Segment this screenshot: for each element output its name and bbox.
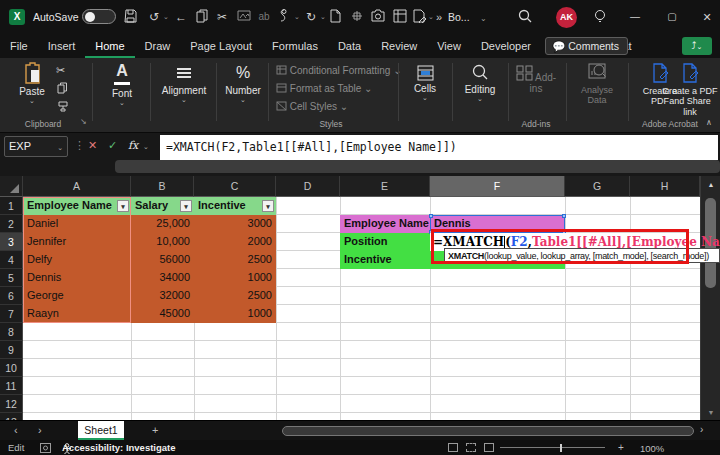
table-cell[interactable]: 2500 xyxy=(194,251,276,269)
user-avatar[interactable]: AK xyxy=(556,7,577,28)
table-cell[interactable]: 1000 xyxy=(194,305,276,323)
table-cell[interactable]: 32000 xyxy=(131,287,194,305)
ribbon-cut-icon[interactable]: ✂ xyxy=(56,64,65,77)
share-button[interactable]: ⤴⌄ xyxy=(682,37,712,55)
hscroll-right-icon[interactable]: › xyxy=(700,424,703,435)
workbook-title[interactable]: Bo... xyxy=(448,11,470,23)
table-cell[interactable]: Jennifer xyxy=(23,233,131,251)
cancel-formula-button[interactable]: ✕ xyxy=(88,139,97,152)
export-pdf-icon[interactable] xyxy=(413,9,426,23)
tab-insert[interactable]: Insert xyxy=(38,35,86,58)
undo-chevron-icon[interactable]: ⌄ xyxy=(163,13,169,21)
horizontal-scrollbar[interactable] xyxy=(282,426,694,436)
tab-developer[interactable]: Developer xyxy=(471,35,541,58)
table-cell[interactable]: 34000 xyxy=(131,269,194,287)
autosave-toggle[interactable] xyxy=(82,9,116,24)
insert-function-button[interactable]: fx xyxy=(128,139,138,152)
lightbulb-icon[interactable] xyxy=(594,9,606,25)
macro-record-icon[interactable] xyxy=(40,443,51,453)
zoom-percentage[interactable]: 100% xyxy=(640,443,664,454)
sheet-tab-sheet1[interactable]: Sheet1 xyxy=(78,421,124,440)
tab-draw[interactable]: Draw xyxy=(135,35,181,58)
table-cell[interactable]: George xyxy=(23,287,131,305)
row-header-2[interactable]: 2 xyxy=(0,215,23,233)
tab-data[interactable]: Data xyxy=(328,35,371,58)
prev-sheet-icon[interactable]: ‹ xyxy=(14,424,18,436)
cut-icon[interactable]: ✂ xyxy=(213,9,231,25)
name-box-chevron-icon[interactable]: ⌄ xyxy=(57,144,63,152)
table-cell[interactable]: 1000 xyxy=(194,269,276,287)
add-sheet-button[interactable]: + xyxy=(152,424,158,436)
close-button[interactable]: ✕ xyxy=(698,9,716,25)
addins-button[interactable]: Add-ins xyxy=(514,62,558,94)
table-cell[interactable]: 10,000 xyxy=(131,233,194,251)
page-break-view-icon[interactable] xyxy=(484,443,494,452)
row-header-13[interactable]: 13 xyxy=(0,413,23,420)
scroll-up-icon[interactable]: ▲ xyxy=(701,181,720,188)
save-icon[interactable] xyxy=(124,9,137,23)
cell-e4-incentive[interactable]: Incentive xyxy=(340,251,430,269)
row-header-1[interactable]: 1 xyxy=(0,197,23,215)
column-header-h[interactable]: H xyxy=(630,176,700,197)
table-header-cell[interactable]: Salary▾ xyxy=(131,197,194,215)
zoom-in-button[interactable]: + xyxy=(618,442,624,453)
vertical-scrollbar[interactable]: ▲ ▼ xyxy=(700,176,720,420)
camera-icon[interactable] xyxy=(371,9,385,22)
table-cell[interactable]: 25,000 xyxy=(131,215,194,233)
table-cell[interactable]: Daniel xyxy=(23,215,131,233)
editing-menu-button[interactable]: Editing ⌄ xyxy=(458,62,502,103)
table-cell[interactable]: 3000 xyxy=(194,215,276,233)
search-icon[interactable] xyxy=(518,9,532,23)
table-cell[interactable]: 2000 xyxy=(194,233,276,251)
zoom-slider[interactable] xyxy=(500,447,605,448)
picture-icon[interactable] xyxy=(237,9,251,22)
column-header-b[interactable]: B xyxy=(131,176,194,197)
cell-e2-label[interactable]: Employee Name xyxy=(340,215,430,233)
paste-button[interactable]: Paste ⌄ xyxy=(12,62,52,105)
tab-home[interactable]: Home xyxy=(85,35,134,58)
filter-button[interactable]: ▾ xyxy=(262,200,274,212)
cells-menu-button[interactable]: Cells ⌄ xyxy=(406,62,444,102)
copy-icon[interactable] xyxy=(196,9,209,23)
column-header-f[interactable]: F xyxy=(430,176,565,197)
undo-icon[interactable]: ↺ xyxy=(145,9,163,25)
table-cell[interactable]: 45000 xyxy=(131,305,194,323)
ribbon-copy-icon[interactable] xyxy=(57,82,68,94)
number-menu-button[interactable]: % Number ⌄ xyxy=(220,62,266,104)
table-header-cell[interactable]: Incentive▾ xyxy=(194,197,276,215)
tab-formulas[interactable]: Formulas xyxy=(262,35,328,58)
table-cell[interactable]: 2500 xyxy=(194,287,276,305)
column-header-e[interactable]: E xyxy=(340,176,430,197)
select-all-corner[interactable] xyxy=(0,176,23,197)
row-header-6[interactable]: 6 xyxy=(0,287,23,305)
cell-e3-position[interactable]: Position xyxy=(340,233,430,251)
back-icon[interactable]: ← xyxy=(172,9,190,25)
scroll-down-icon[interactable]: ▼ xyxy=(701,409,720,416)
enter-formula-button[interactable]: ✓ xyxy=(108,139,117,152)
tab-view[interactable]: View xyxy=(427,35,471,58)
row-header-3[interactable]: 3 xyxy=(0,233,23,251)
row-header-4[interactable]: 4 xyxy=(0,251,23,269)
column-header-c[interactable]: C xyxy=(194,176,276,197)
maximize-button[interactable]: ▢ xyxy=(663,9,681,25)
tab-review[interactable]: Review xyxy=(371,35,427,58)
pin-icon[interactable] xyxy=(350,9,364,23)
qat-overflow-icon[interactable]: » xyxy=(430,9,448,25)
analyse-data-button[interactable]: Analyse Data xyxy=(572,62,622,106)
column-header-a[interactable]: A xyxy=(23,176,131,197)
row-header-11[interactable]: 11 xyxy=(0,377,23,395)
row-header-7[interactable]: 7 xyxy=(0,305,23,323)
clipboard-dialog-launcher-icon[interactable]: ↘ xyxy=(80,117,87,126)
row-header-12[interactable]: 12 xyxy=(0,395,23,413)
row-header-10[interactable]: 10 xyxy=(0,359,23,377)
accessibility-status[interactable]: Accessibility: Investigate xyxy=(62,442,176,453)
redo-chevron-icon[interactable]: ⌄ xyxy=(320,13,326,21)
table-cell[interactable]: 56000 xyxy=(131,251,194,269)
alignment-menu-button[interactable]: Alignment ⌄ xyxy=(156,62,212,104)
format-as-table-button[interactable]: Format as Table ⌄ xyxy=(276,83,372,97)
normal-view-icon[interactable] xyxy=(448,443,458,452)
conditional-formatting-button[interactable]: Conditional Formatting ⌄ xyxy=(276,65,402,79)
zoom-slider-thumb[interactable] xyxy=(560,444,562,452)
row-header-9[interactable]: 9 xyxy=(0,341,23,359)
minimize-button[interactable]: — xyxy=(626,9,644,25)
